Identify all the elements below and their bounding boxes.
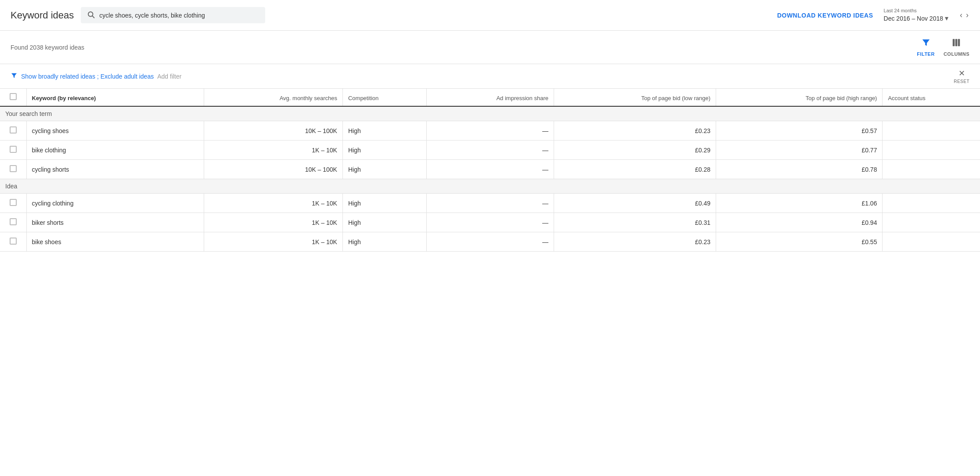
row-checkbox-cell[interactable]: [0, 121, 26, 141]
nav-arrows: ‹ ›: [959, 10, 969, 21]
right-actions: FILTER COLUMNS: [917, 38, 969, 57]
col-ad-impression[interactable]: Ad impression share: [426, 89, 554, 106]
reset-label: RESET: [954, 79, 969, 84]
cell-ad-impression: —: [426, 232, 554, 252]
next-arrow-icon[interactable]: ›: [965, 10, 969, 21]
cell-avg-searches: 1K – 10K: [204, 194, 342, 213]
cell-account-status: [883, 213, 980, 232]
cell-top-bid-high: £0.78: [716, 160, 883, 179]
row-checkbox[interactable]: [10, 238, 17, 245]
cell-avg-searches: 10K – 100K: [204, 121, 342, 141]
cell-competition: High: [342, 232, 426, 252]
filter-links: Show broadly related ideas ; Exclude adu…: [21, 73, 181, 80]
table-row: cycling shoes 10K – 100K High — £0.23 £0…: [0, 121, 980, 141]
filter-icon: [921, 38, 931, 50]
cell-avg-searches: 1K – 10K: [204, 232, 342, 252]
cell-competition: High: [342, 160, 426, 179]
header: Keyword ideas DOWNLOAD KEYWORD IDEAS Las…: [0, 0, 980, 31]
header-checkbox-cell[interactable]: [0, 89, 26, 106]
cell-top-bid-high: £0.94: [716, 213, 883, 232]
date-range-label: Last 24 months: [884, 8, 917, 13]
table-header-row: Keyword (by relevance) Avg. monthly sear…: [0, 89, 980, 106]
cell-account-status: [883, 194, 980, 213]
cell-keyword: cycling clothing: [26, 194, 204, 213]
cell-top-bid-high: £0.57: [716, 121, 883, 141]
table-row: cycling clothing 1K – 10K High — £0.49 £…: [0, 194, 980, 213]
date-range-selector[interactable]: Dec 2016 – Nov 2018 ▾: [884, 14, 948, 22]
keywords-table: Keyword (by relevance) Avg. monthly sear…: [0, 89, 980, 252]
svg-line-1: [93, 16, 94, 18]
cell-ad-impression: —: [426, 141, 554, 160]
col-top-bid-low[interactable]: Top of page bid (low range): [554, 89, 716, 106]
row-checkbox-cell[interactable]: [0, 213, 26, 232]
filter-separator: ;: [97, 73, 99, 80]
cell-competition: High: [342, 121, 426, 141]
cell-account-status: [883, 141, 980, 160]
cell-top-bid-low: £0.31: [554, 213, 716, 232]
prev-arrow-icon[interactable]: ‹: [959, 10, 963, 21]
cell-ad-impression: —: [426, 194, 554, 213]
cell-top-bid-low: £0.23: [554, 232, 716, 252]
chevron-down-icon[interactable]: ▾: [945, 14, 948, 22]
row-checkbox[interactable]: [10, 126, 17, 133]
page-title: Keyword ideas: [11, 10, 74, 21]
reset-x-icon: ✕: [958, 69, 965, 78]
columns-button[interactable]: COLUMNS: [944, 38, 969, 57]
filter-button[interactable]: FILTER: [917, 38, 935, 57]
table-container: Keyword (by relevance) Avg. monthly sear…: [0, 89, 980, 252]
svg-rect-3: [955, 39, 958, 47]
cell-top-bid-low: £0.28: [554, 160, 716, 179]
table-row: bike clothing 1K – 10K High — £0.29 £0.7…: [0, 141, 980, 160]
cell-top-bid-high: £0.55: [716, 232, 883, 252]
row-checkbox-cell[interactable]: [0, 141, 26, 160]
row-checkbox[interactable]: [10, 165, 17, 172]
cell-keyword: bike shoes: [26, 232, 204, 252]
add-filter-button[interactable]: Add filter: [157, 73, 181, 80]
cell-keyword: biker shorts: [26, 213, 204, 232]
cell-competition: High: [342, 213, 426, 232]
exclude-adult-ideas-link[interactable]: Exclude adult ideas: [101, 73, 154, 80]
col-keyword[interactable]: Keyword (by relevance): [26, 89, 204, 106]
cell-top-bid-high: £1.06: [716, 194, 883, 213]
show-broadly-related-link[interactable]: Show broadly related ideas: [21, 73, 95, 80]
col-competition[interactable]: Competition: [342, 89, 426, 106]
col-top-bid-high[interactable]: Top of page bid (high range): [716, 89, 883, 106]
reset-button[interactable]: ✕ RESET: [954, 69, 969, 84]
row-checkbox-cell[interactable]: [0, 160, 26, 179]
search-box[interactable]: [81, 7, 265, 23]
section-row: Idea: [0, 179, 980, 194]
cell-ad-impression: —: [426, 160, 554, 179]
col-account-status[interactable]: Account status: [883, 89, 980, 106]
table-row: cycling shorts 10K – 100K High — £0.28 £…: [0, 160, 980, 179]
search-icon: [87, 11, 95, 20]
cell-competition: High: [342, 194, 426, 213]
columns-label: COLUMNS: [944, 51, 969, 57]
row-checkbox-cell[interactable]: [0, 194, 26, 213]
row-checkbox[interactable]: [10, 146, 17, 153]
row-checkbox[interactable]: [10, 218, 17, 225]
section-label: Idea: [0, 179, 980, 194]
filter-label: FILTER: [917, 51, 935, 57]
table-row: bike shoes 1K – 10K High — £0.23 £0.55: [0, 232, 980, 252]
col-avg-searches[interactable]: Avg. monthly searches: [204, 89, 342, 106]
row-checkbox[interactable]: [10, 199, 17, 206]
cell-keyword: bike clothing: [26, 141, 204, 160]
cell-avg-searches: 10K – 100K: [204, 160, 342, 179]
cell-competition: High: [342, 141, 426, 160]
search-input[interactable]: [99, 12, 259, 19]
section-row: Your search term: [0, 106, 980, 121]
cell-avg-searches: 1K – 10K: [204, 141, 342, 160]
cell-account-status: [883, 232, 980, 252]
found-keywords-text: Found 2038 keyword ideas: [11, 44, 84, 51]
svg-rect-4: [958, 39, 960, 47]
download-keyword-ideas-button[interactable]: DOWNLOAD KEYWORD IDEAS: [777, 12, 873, 19]
header-checkbox[interactable]: [10, 93, 17, 100]
cell-avg-searches: 1K – 10K: [204, 213, 342, 232]
cell-top-bid-low: £0.23: [554, 121, 716, 141]
cell-ad-impression: —: [426, 213, 554, 232]
cell-ad-impression: —: [426, 121, 554, 141]
filter-bar: Show broadly related ideas ; Exclude adu…: [0, 64, 980, 89]
header-right: DOWNLOAD KEYWORD IDEAS Last 24 months De…: [777, 8, 969, 22]
row-checkbox-cell[interactable]: [0, 232, 26, 252]
subheader: Found 2038 keyword ideas FILTER COLUMNS: [0, 31, 980, 64]
